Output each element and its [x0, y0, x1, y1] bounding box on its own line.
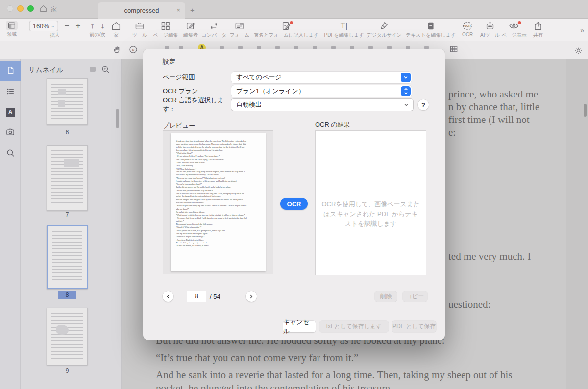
doc-text-fragment: n by chance that, little [448, 101, 539, 113]
layout-panel-icon [6, 21, 18, 30]
thumbnail-page-6[interactable] [47, 78, 88, 125]
list-icon [6, 87, 15, 98]
next-page-button[interactable]: ↓ [100, 21, 105, 31]
tab-close-icon[interactable]: × [176, 6, 180, 14]
doc-text-fragment: prince, who asked me [448, 88, 538, 100]
titlebar: 家 compressed × + [0, 0, 588, 19]
field-page-range: ページ範囲 すべてのページ [163, 72, 412, 83]
briefcase-icon [134, 21, 145, 31]
toolbar-item-page-view[interactable]: ページ表示 [502, 21, 526, 39]
toolbar-item-home[interactable]: 家 [111, 21, 122, 39]
toolbar-item-edit-text[interactable]: テキストを編集します [406, 21, 456, 39]
toolbar-item-page-edit[interactable]: ページ編集 [153, 21, 178, 39]
grid-icon [160, 21, 171, 31]
home-tab-button[interactable]: 家 [39, 4, 64, 15]
ocr-result-label: OCR の結果 [315, 121, 350, 129]
preview-container: It took me a long time to understand whe… [163, 130, 273, 274]
pager-next-button[interactable] [246, 291, 257, 302]
dialog-title: 設定 [163, 57, 175, 66]
page-nav-group: ↑ ↓ 前の/次 [89, 21, 105, 38]
page-number-input[interactable]: 8 [187, 291, 206, 302]
toolbar-item-form[interactable]: フォーム [230, 21, 250, 39]
eye-icon [508, 21, 520, 31]
traffic-minimize-button[interactable] [17, 5, 24, 12]
svg-text:a: a [132, 47, 135, 52]
toolbar-item-edit-pdf[interactable]: T| PDFを編集します [324, 21, 364, 39]
home-tab-label: 家 [51, 5, 57, 14]
page-range-select[interactable]: すべてのページ [231, 72, 412, 83]
toolbar-item-tools[interactable]: ツール [132, 21, 147, 39]
toolbar-overflow-button[interactable]: » [580, 26, 584, 34]
sidebar-item-thumbnails[interactable] [0, 61, 21, 81]
table-tool-icon[interactable] [449, 44, 459, 56]
traffic-zoom-button[interactable] [27, 5, 34, 12]
zoom-in-button[interactable]: + [75, 21, 80, 31]
ocr-language-combobox[interactable]: 自動検出 [231, 99, 413, 111]
camera-icon [5, 127, 15, 139]
ocr-plan-select[interactable]: プラン1（オンライン） [231, 85, 412, 97]
home-icon [111, 21, 122, 31]
sidebar-item-bookmarks[interactable] [0, 82, 21, 102]
doc-text-fragment: uestioned: [448, 298, 490, 311]
sign-form-icon [281, 21, 292, 31]
field-ocr-plan: OCR プラン プラン1（オンライン） [163, 85, 412, 97]
traffic-close-button[interactable] [7, 5, 13, 12]
pager-previous-button[interactable] [163, 291, 173, 302]
toolbar-item-ai-tools[interactable]: AIツール [480, 21, 500, 39]
convert-icon [209, 21, 220, 31]
toolbar-item-share[interactable]: 共有 [533, 21, 543, 39]
thumbnail-page-7[interactable] [47, 145, 88, 211]
preview-page: It took me a long time to understand whe… [171, 133, 266, 271]
toolbar-item-ocr[interactable]: OCR OCR [462, 21, 473, 37]
read-aloud-icon[interactable]: a [128, 44, 138, 57]
zoom-level-select[interactable]: 160% ⌄ [29, 21, 58, 31]
document-tab[interactable]: compressed × [98, 2, 185, 19]
region-button[interactable]: 領域 [6, 21, 18, 38]
toolbar-item-annotate[interactable]: 編集者 [183, 21, 198, 39]
hand-tool-icon[interactable] [112, 44, 122, 57]
toolbar-item-sign-fill[interactable]: 署名とフォームに記入します [254, 21, 318, 39]
sidebar-item-annotations[interactable]: A [0, 102, 21, 122]
copy-button[interactable]: コピー [403, 291, 427, 302]
field-ocr-language: OCR 言語を選択します： 自動検出 ? [163, 99, 429, 111]
toolbar-item-converter[interactable]: コンバータ [202, 21, 227, 39]
cancel-button[interactable]: キャンセル [283, 321, 316, 332]
robot-icon [485, 21, 495, 31]
save-as-txt-button[interactable]: txt として保存します [319, 321, 389, 332]
document-scrollbar[interactable] [584, 104, 587, 117]
page-icon [6, 66, 15, 77]
doc-text-line: And he sank into a reverie that lasted f… [156, 369, 512, 381]
share-icon [533, 21, 543, 31]
zoom-out-button[interactable]: − [64, 21, 69, 31]
new-tab-button[interactable]: + [190, 6, 195, 14]
gear-icon[interactable] [574, 47, 583, 57]
tab-title: compressed [124, 7, 159, 14]
thumbnail-page-number: 9 [47, 367, 88, 374]
thumbnail-page-number: 7 [47, 211, 88, 218]
pen-nib-icon [379, 21, 390, 31]
ocr-run-button[interactable]: OCR [280, 198, 308, 210]
thumbnail-panel: サムネイル 6 7 8 9 [21, 59, 122, 389]
sidebar-item-search[interactable] [0, 144, 21, 164]
ocr-result-box[interactable]: OCRを使用して、画像ベースまたはスキャンされた PDF からテキストを認識しま… [315, 130, 426, 275]
thumbnail-options-icon[interactable] [90, 67, 96, 72]
chevron-down-icon [401, 73, 411, 82]
doc-text-fragment: ted me very much. I [448, 250, 531, 263]
doc-text-line: “It’s true that you can not come very fa… [156, 352, 358, 364]
toolbar-item-digital-sign[interactable]: デジタルサイン [367, 21, 402, 39]
doc-text-fragment: e: [448, 126, 456, 139]
save-as-pdf-button[interactable]: PDF として保存 [392, 321, 436, 332]
edit-pdf-icon: T| [341, 21, 348, 31]
help-button[interactable]: ? [418, 99, 429, 110]
thumbnail-page-8[interactable] [47, 225, 88, 289]
svg-text:OCR: OCR [464, 24, 471, 27]
thumbnail-scrollbar[interactable] [116, 109, 119, 128]
delete-button[interactable]: 削除 [375, 291, 397, 302]
doc-text-fragment: first time (I will not [448, 114, 530, 126]
sidebar-item-snapshot[interactable] [0, 123, 21, 143]
thumbnail-page-9[interactable] [47, 308, 88, 365]
zoom-in-magnifier-icon[interactable] [101, 65, 110, 76]
home-icon [39, 4, 48, 15]
previous-page-button[interactable]: ↑ [90, 21, 95, 31]
ocr-icon: OCR [462, 21, 473, 31]
